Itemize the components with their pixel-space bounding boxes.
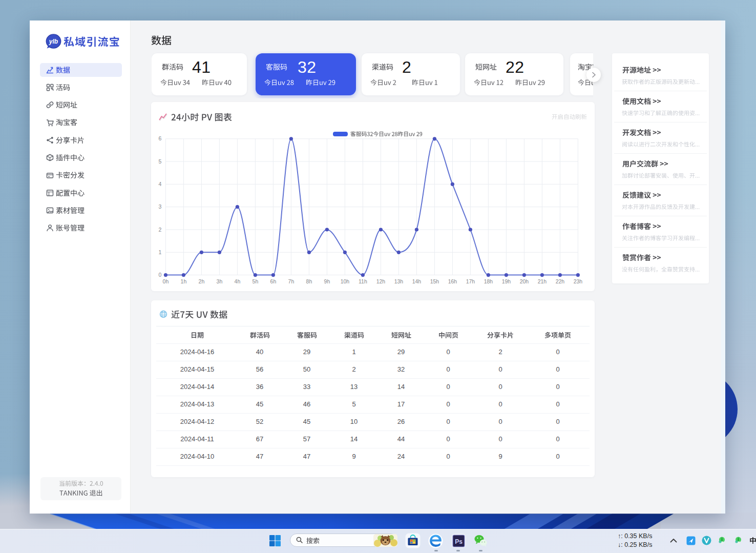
svg-text:2h: 2h: [199, 278, 205, 284]
svg-text:3h: 3h: [217, 278, 223, 284]
svg-text:12h: 12h: [376, 278, 386, 284]
svg-text:15h: 15h: [430, 278, 439, 284]
svg-text:0: 0: [159, 272, 162, 278]
svg-text:10h: 10h: [341, 278, 350, 284]
svg-text:22h: 22h: [556, 278, 565, 284]
svg-text:6h: 6h: [270, 278, 277, 284]
svg-text:6: 6: [159, 135, 162, 141]
svg-text:23h: 23h: [574, 278, 583, 284]
svg-text:16h: 16h: [448, 278, 457, 284]
svg-text:4h: 4h: [235, 278, 241, 284]
svg-text:18h: 18h: [484, 278, 493, 284]
svg-text:ylb: ylb: [49, 38, 58, 45]
svg-text:13h: 13h: [394, 278, 404, 284]
svg-text:1h: 1h: [181, 278, 187, 284]
svg-text:3: 3: [159, 203, 162, 210]
svg-text:17h: 17h: [466, 278, 475, 284]
svg-text:Ps: Ps: [455, 538, 463, 545]
svg-text:20h: 20h: [520, 278, 529, 284]
svg-text:4: 4: [159, 181, 162, 187]
svg-text:11h: 11h: [359, 278, 367, 284]
svg-text:2: 2: [159, 227, 162, 233]
svg-text:8h: 8h: [306, 278, 312, 284]
svg-text:7h: 7h: [288, 278, 295, 284]
svg-text:21h: 21h: [538, 278, 547, 284]
svg-text:14h: 14h: [412, 278, 422, 284]
svg-text:9h: 9h: [324, 278, 330, 284]
svg-text:19h: 19h: [502, 278, 511, 284]
svg-text:1: 1: [159, 249, 162, 255]
svg-text:5h: 5h: [253, 278, 259, 284]
svg-text:5: 5: [159, 158, 162, 165]
svg-text:0h: 0h: [163, 278, 169, 284]
